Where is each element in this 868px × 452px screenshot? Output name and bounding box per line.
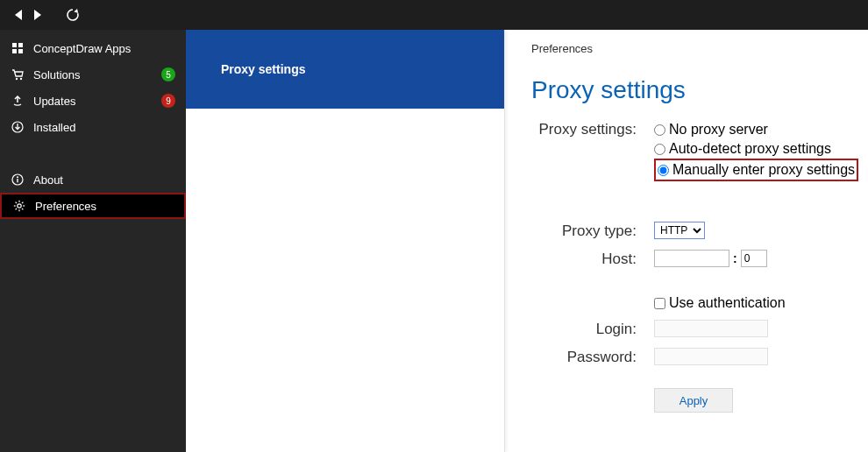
svg-rect-9 bbox=[17, 179, 18, 182]
svg-point-5 bbox=[20, 78, 22, 80]
radio-auto-detect[interactable]: Auto-detect proxy settings bbox=[654, 139, 868, 159]
badge-solutions: 5 bbox=[161, 67, 175, 81]
svg-rect-2 bbox=[12, 49, 17, 53]
badge-updates: 9 bbox=[161, 94, 175, 108]
svg-rect-0 bbox=[12, 43, 17, 47]
svg-rect-1 bbox=[18, 43, 23, 47]
radio-no-proxy[interactable]: No proxy server bbox=[654, 120, 868, 139]
topbar bbox=[0, 0, 868, 30]
sidebar-item-updates[interactable]: Updates 9 bbox=[0, 88, 186, 114]
svg-rect-3 bbox=[18, 49, 23, 53]
svg-point-8 bbox=[17, 176, 18, 178]
sidebar-item-installed[interactable]: Installed bbox=[0, 114, 186, 140]
radio-manual-highlight: Manually enter proxy settings bbox=[654, 159, 858, 181]
proxy-type-label: Proxy type: bbox=[531, 222, 637, 241]
refresh-icon bbox=[66, 8, 80, 22]
sidebar-item-preferences[interactable]: Preferences bbox=[0, 193, 186, 219]
content: Preferences Proxy settings Proxy setting… bbox=[505, 30, 868, 452]
host-input[interactable] bbox=[654, 250, 729, 267]
triangle-right-icon bbox=[32, 9, 43, 21]
radio-manual[interactable]: Manually enter proxy settings bbox=[658, 160, 855, 180]
proxy-settings-label: Proxy settings: bbox=[531, 120, 637, 139]
grid-icon bbox=[11, 41, 25, 55]
mid-column: Proxy settings bbox=[186, 30, 505, 452]
svg-line-16 bbox=[22, 208, 23, 209]
back-button[interactable] bbox=[9, 5, 28, 25]
sidebar-item-label: Solutions bbox=[33, 68, 80, 81]
triangle-left-icon bbox=[13, 9, 24, 21]
cart-icon bbox=[11, 67, 25, 81]
svg-line-17 bbox=[22, 202, 23, 203]
refresh-button[interactable] bbox=[63, 5, 82, 25]
page-title: Proxy settings bbox=[531, 76, 868, 104]
proxy-settings-radios: No proxy server Auto-detect proxy settin… bbox=[654, 120, 868, 181]
password-label: Password: bbox=[531, 348, 637, 367]
password-input[interactable] bbox=[654, 348, 768, 365]
forward-button[interactable] bbox=[28, 5, 47, 25]
radio-label: Auto-detect proxy settings bbox=[669, 141, 831, 157]
sidebar-item-solutions[interactable]: Solutions 5 bbox=[0, 61, 186, 88]
download-icon bbox=[11, 120, 25, 134]
apply-button[interactable]: Apply bbox=[654, 388, 733, 413]
sidebar-item-label: Preferences bbox=[35, 200, 96, 213]
svg-point-4 bbox=[16, 78, 18, 80]
sidebar-item-about[interactable]: About bbox=[0, 166, 186, 193]
breadcrumb: Preferences bbox=[531, 42, 868, 55]
svg-point-10 bbox=[18, 204, 21, 208]
radio-label: Manually enter proxy settings bbox=[672, 162, 855, 178]
use-auth-checkbox[interactable] bbox=[654, 298, 665, 309]
sidebar-item-label: ConceptDraw Apps bbox=[33, 42, 131, 55]
info-icon bbox=[11, 173, 25, 187]
radio-manual-input[interactable] bbox=[658, 165, 669, 176]
sidebar-item-apps[interactable]: ConceptDraw Apps bbox=[0, 35, 186, 61]
svg-line-15 bbox=[16, 202, 17, 203]
sidebar: ConceptDraw Apps Solutions 5 Updates 9 bbox=[0, 30, 186, 452]
host-label: Host: bbox=[531, 250, 637, 269]
use-auth-label: Use authentication bbox=[669, 295, 786, 311]
radio-auto-detect-input[interactable] bbox=[654, 144, 665, 155]
proxy-type-select[interactable]: HTTP bbox=[654, 222, 705, 239]
sidebar-item-label: Updates bbox=[33, 95, 75, 108]
updates-icon bbox=[11, 94, 25, 108]
port-input[interactable] bbox=[741, 250, 767, 267]
login-label: Login: bbox=[531, 320, 637, 339]
sidebar-item-label: About bbox=[33, 173, 63, 187]
mid-header: Proxy settings bbox=[186, 30, 504, 109]
svg-line-18 bbox=[16, 208, 17, 209]
login-input[interactable] bbox=[654, 320, 768, 337]
radio-label: No proxy server bbox=[669, 122, 768, 138]
mid-header-title: Proxy settings bbox=[221, 62, 305, 76]
radio-no-proxy-input[interactable] bbox=[654, 124, 665, 136]
mid-body bbox=[186, 109, 504, 452]
host-port-separator: : bbox=[733, 251, 737, 265]
gear-icon bbox=[12, 199, 26, 213]
sidebar-item-label: Installed bbox=[33, 121, 75, 134]
